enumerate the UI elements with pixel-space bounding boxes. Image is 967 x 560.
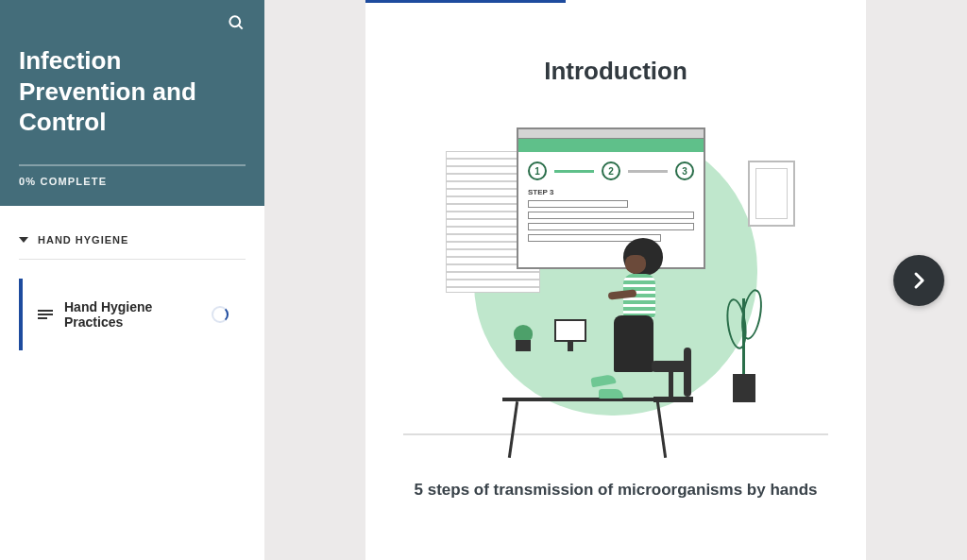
svg-line-1 — [239, 25, 243, 29]
lesson-page: Introduction 1 2 — [365, 0, 866, 560]
lesson-label: Hand Hygiene Practices — [64, 299, 212, 330]
page-progress-indicator — [365, 0, 566, 3]
progress-bar — [19, 164, 246, 166]
step-circle-1: 1 — [528, 161, 547, 180]
sidebar: Infection Prevention and Control 0% COMP… — [0, 0, 264, 560]
progress-label: 0% COMPLETE — [19, 176, 246, 187]
course-title: Infection Prevention and Control — [19, 45, 246, 138]
intro-illustration: 1 2 3 STEP 3 — [403, 114, 828, 435]
sidebar-header: Infection Prevention and Control 0% COMP… — [0, 0, 264, 206]
step-circle-3: 3 — [675, 161, 694, 180]
lesson-subtitle: 5 steps of transmission of microorganism… — [403, 481, 828, 500]
section-header-hand-hygiene[interactable]: HAND HYGIENE — [19, 234, 246, 260]
step-label: STEP 3 — [528, 188, 694, 196]
picture-frame-graphic — [748, 161, 795, 227]
chevron-right-icon — [908, 269, 930, 292]
page-title: Introduction — [403, 57, 828, 86]
next-button[interactable] — [893, 255, 944, 306]
progress-block: 0% COMPLETE — [19, 164, 246, 187]
content-area: Introduction 1 2 — [264, 0, 967, 560]
search-icon[interactable] — [227, 13, 246, 36]
large-plant-graphic — [721, 289, 767, 402]
section-title: HAND HYGIENE — [38, 234, 128, 246]
loading-spinner-icon — [212, 306, 229, 323]
monitor-graphic — [554, 319, 586, 342]
person-graphic — [597, 238, 691, 399]
text-lines-icon — [38, 310, 53, 319]
lesson-item-hand-hygiene-practices[interactable]: Hand Hygiene Practices — [19, 279, 246, 350]
caret-down-icon — [19, 237, 28, 243]
svg-point-0 — [229, 16, 240, 26]
step-circle-2: 2 — [602, 161, 620, 180]
